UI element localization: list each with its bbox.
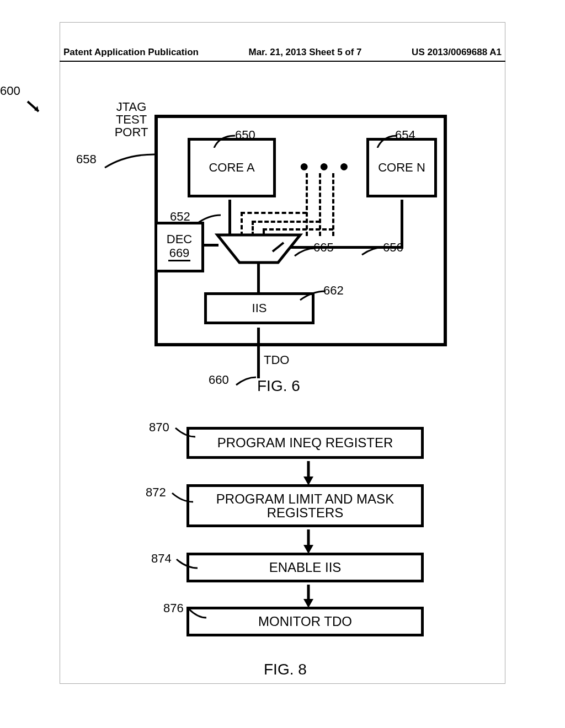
ref-658: 658 [76, 152, 97, 167]
ref-660: 660 [209, 373, 229, 387]
lead-874 [175, 558, 198, 569]
step-872-l2: REGISTERS [267, 505, 344, 520]
step-874: ENABLE IIS [186, 553, 424, 582]
wire-tdo [257, 328, 260, 378]
ref-872: 872 [146, 485, 166, 500]
lead-665 [294, 247, 316, 257]
step-872-l1: PROGRAM LIMIT AND MASK [216, 491, 394, 506]
ref-874: 874 [151, 552, 172, 566]
header-right: US 2013/0069688 A1 [412, 47, 502, 58]
lead-658 [104, 153, 154, 169]
ref-600-arrow [26, 100, 44, 117]
ref-600: 600 [0, 84, 20, 98]
ref-665: 665 [313, 240, 334, 255]
header-rule [60, 61, 505, 62]
ellipsis-dots: ●●● [299, 157, 359, 175]
ref-870: 870 [149, 420, 169, 435]
ref-656: 656 [383, 240, 403, 255]
dec-block: DEC 669 [154, 222, 204, 272]
core-n-label: CORE N [378, 160, 425, 175]
dashed-3v [332, 173, 334, 236]
lead-650 [213, 135, 235, 148]
ref-650: 650 [235, 128, 255, 142]
figure-8: PROGRAM INEQ REGISTER PROGRAM LIMIT AND … [0, 415, 565, 702]
jtag-l2: TEST [105, 113, 158, 126]
dashed-3h [263, 228, 333, 231]
step-872-label: PROGRAM LIMIT AND MASK REGISTERS [216, 492, 394, 520]
step-876: MONITOR TDO [186, 607, 424, 636]
dec-label: DEC [167, 233, 192, 246]
fig-6-caption: FIG. 6 [257, 377, 300, 395]
lead-656 [361, 246, 385, 256]
lead-654 [376, 135, 397, 148]
jtag-l3: PORT [105, 126, 158, 138]
step-870: PROGRAM INEQ REGISTER [186, 427, 424, 459]
header-left: Patent Application Publication [63, 47, 199, 58]
iis-label: IIS [252, 301, 267, 315]
fig-8-caption: FIG. 8 [264, 661, 307, 678]
wire-corea-to-mux [228, 200, 231, 236]
dashed-1h [241, 212, 307, 214]
tdo-label: TDO [264, 353, 289, 367]
core-a-label: CORE A [209, 160, 254, 175]
figure-6: 600 JTAG TEST PORT 658 CORE A CORE N ●●●… [0, 88, 565, 397]
ref-662: 662 [323, 283, 344, 298]
arrow-870-872 [302, 461, 315, 485]
mux-665 [217, 235, 300, 263]
wire-mux-to-iis [257, 261, 260, 293]
lead-662 [299, 290, 326, 301]
lead-872 [171, 492, 193, 503]
dec-id: 669 [168, 247, 191, 261]
svg-marker-7 [303, 545, 313, 554]
arrow-872-874 [302, 529, 315, 554]
lead-876 [188, 608, 206, 619]
wire-dec-to-mux [203, 244, 218, 247]
step-872: PROGRAM LIMIT AND MASK REGISTERS [186, 484, 424, 527]
lead-870 [174, 427, 195, 438]
dashed-2v [319, 173, 321, 236]
step-876-label: MONITOR TDO [258, 614, 352, 629]
lead-660 [235, 376, 256, 386]
dashed-2h [252, 221, 320, 223]
jtag-test-port-label: JTAG TEST PORT [105, 100, 158, 138]
svg-marker-5 [303, 477, 313, 485]
step-870-label: PROGRAM INEQ REGISTER [217, 435, 393, 451]
iis-block: IIS [204, 292, 315, 324]
ref-876: 876 [163, 601, 184, 615]
step-874-label: ENABLE IIS [269, 560, 342, 575]
header-center: Mar. 21, 2013 Sheet 5 of 7 [249, 47, 362, 58]
page-header: Patent Application Publication Mar. 21, … [0, 47, 565, 58]
jtag-l1: JTAG [105, 100, 158, 113]
chip-600: CORE A CORE N ●●● 650 654 652 DEC 669 [154, 115, 447, 346]
svg-marker-2 [217, 235, 300, 263]
dashed-1vdn [241, 212, 243, 236]
dashed-1v [306, 173, 308, 236]
arrow-874-876 [302, 585, 315, 608]
svg-marker-9 [303, 599, 313, 608]
ref-654: 654 [395, 128, 415, 142]
